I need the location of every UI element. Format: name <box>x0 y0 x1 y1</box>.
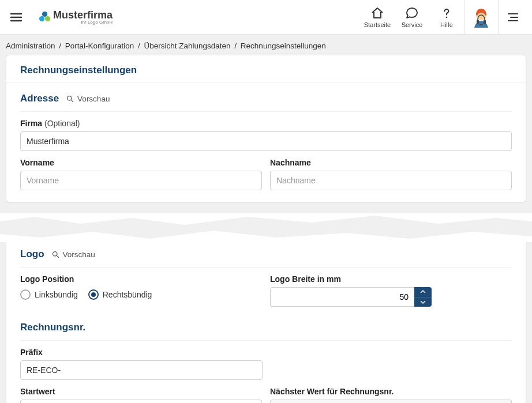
logo-width-input[interactable] <box>270 287 414 307</box>
app-header: Musterfirma Ihr Logo GmbH Startseite Ser… <box>0 0 532 35</box>
brand-logo[interactable]: Musterfirma Ihr Logo GmbH <box>39 10 113 25</box>
preview-label: Vorschau <box>63 250 95 259</box>
nav-service[interactable]: Service <box>395 0 429 35</box>
page-title: Rechnungseinstellungen <box>6 55 526 82</box>
user-avatar[interactable] <box>464 0 499 35</box>
logo-icon <box>39 12 51 23</box>
vorname-input[interactable] <box>20 171 262 190</box>
search-icon <box>66 95 74 103</box>
adresse-preview-link[interactable]: Vorschau <box>66 95 110 103</box>
radio-icon <box>88 289 99 300</box>
radio-left-align[interactable]: Linksbündig <box>20 289 78 300</box>
home-icon <box>370 6 384 20</box>
nav-service-label: Service <box>402 21 423 28</box>
radio-left-label: Linksbündig <box>35 290 78 299</box>
nav-home-label: Startseite <box>364 21 391 28</box>
menu-toggle[interactable] <box>5 6 28 29</box>
stepper-up[interactable] <box>414 287 432 297</box>
nav-help[interactable]: Hilfe <box>429 0 464 35</box>
preview-label: Vorschau <box>77 95 110 103</box>
avatar-icon <box>470 6 493 29</box>
svg-point-0 <box>446 16 448 18</box>
menu-right-icon <box>506 10 520 24</box>
help-icon <box>440 6 454 20</box>
breadcrumb: Administration / Portal-Konfiguration / … <box>0 35 532 55</box>
nav-help-label: Hilfe <box>440 21 453 28</box>
chevron-down-icon <box>420 299 426 305</box>
chat-icon <box>405 6 419 20</box>
radio-icon <box>20 289 31 300</box>
start-input[interactable] <box>20 400 262 403</box>
section-logo-title: Logo <box>20 248 44 260</box>
vorname-label: Vorname <box>20 158 262 167</box>
section-adresse-title: Adresse <box>20 93 59 104</box>
settings-card-bottom: Logo Vorschau Logo Position Linksbündig … <box>6 238 526 403</box>
svg-point-7 <box>53 251 57 256</box>
chevron-up-icon <box>420 289 426 295</box>
firma-label: Firma (Optional) <box>20 119 512 128</box>
radio-right-label: Rechtsbündig <box>103 290 152 299</box>
radio-right-align[interactable]: Rechtsbündig <box>88 289 152 300</box>
nachname-input[interactable] <box>270 171 512 190</box>
logo-width-label: Logo Breite in mm <box>270 274 512 284</box>
logo-preview-link[interactable]: Vorschau <box>51 250 95 259</box>
stepper-down[interactable] <box>414 297 432 307</box>
search-icon <box>51 250 60 259</box>
nav-home[interactable]: Startseite <box>360 0 395 35</box>
logo-width-stepper <box>270 287 432 307</box>
svg-rect-3 <box>477 20 479 24</box>
prefix-input[interactable] <box>20 360 263 380</box>
prefix-label: Präfix <box>20 348 263 357</box>
logo-position-label: Logo Position <box>20 274 262 284</box>
svg-point-6 <box>68 96 72 100</box>
start-label: Startwert <box>20 387 262 396</box>
brand-name: Musterfirma <box>53 10 113 20</box>
brand-subtitle: Ihr Logo GmbH <box>81 20 113 25</box>
section-rechnungsnr-title: Rechnungsnr. <box>20 322 85 333</box>
breadcrumb-item[interactable]: Übersicht Zahlungsdaten <box>144 42 230 50</box>
next-label: Nächster Wert für Rechnungsnr. <box>270 387 512 396</box>
content-break <box>0 214 532 242</box>
hamburger-icon <box>9 10 23 24</box>
breadcrumb-item: Rechnungseinstellungen <box>241 42 326 50</box>
svg-rect-4 <box>484 20 486 24</box>
next-input <box>270 400 512 403</box>
breadcrumb-item[interactable]: Portal-Konfiguration <box>65 42 134 50</box>
right-menu-toggle[interactable] <box>499 0 527 35</box>
settings-card-top: Rechnungseinstellungen Adresse Vorschau … <box>6 55 526 202</box>
firma-input[interactable] <box>20 131 512 151</box>
breadcrumb-item[interactable]: Administration <box>6 42 55 50</box>
svg-rect-5 <box>479 24 483 25</box>
nachname-label: Nachname <box>270 158 512 167</box>
